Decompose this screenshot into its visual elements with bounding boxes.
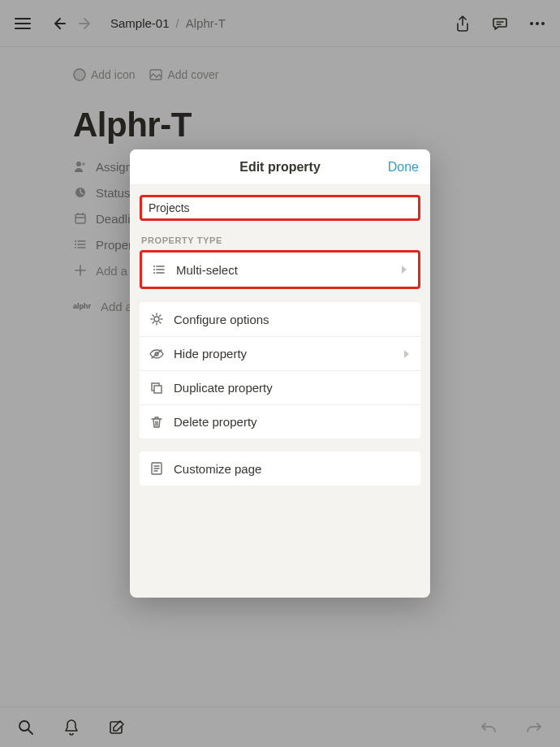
add-cover-button[interactable]: Add cover [149,68,218,81]
done-button[interactable]: Done [388,160,419,175]
hide-property-label: Hide property [174,347,247,361]
svg-point-7 [82,162,85,166]
svg-point-14 [153,269,155,270]
svg-point-21 [19,721,29,731]
property-type-label: Multi-select [176,263,238,277]
customize-page-label: Customize page [174,462,261,476]
delete-property-label: Delete property [174,415,257,429]
svg-point-11 [75,244,76,245]
person-icon [73,159,88,174]
delete-property-row[interactable]: Delete property [140,404,420,438]
trash-icon [149,415,164,430]
list-icon [73,237,88,252]
property-name-input[interactable] [140,195,420,221]
svg-rect-19 [154,386,162,393]
chevron-right-icon [403,349,411,359]
topbar: Sample-01 / Alphr-T [0,0,560,47]
duplicate-icon [149,381,164,395]
svg-rect-9 [75,214,85,223]
emoji-icon [73,68,86,81]
svg-point-13 [153,266,155,267]
redo-icon[interactable] [523,716,545,739]
svg-point-0 [530,22,533,25]
property-actions-group: Configure options Hide property Duplicat… [140,302,420,438]
page-title[interactable]: Alphr-T [73,106,487,145]
add-icon-button[interactable]: Add icon [73,68,135,81]
plus-icon [73,263,88,278]
comments-icon[interactable] [489,12,511,35]
customize-page-row[interactable]: Customize page [140,451,420,486]
property-type-row[interactable]: Multi-select [142,253,418,287]
image-icon [149,69,162,80]
chevron-right-icon [400,265,408,274]
hide-property-row[interactable]: Hide property [140,336,420,370]
more-icon[interactable] [526,12,549,35]
calendar-icon [73,211,88,226]
breadcrumb[interactable]: Sample-01 / Alphr-T [110,16,226,30]
property-type-group: Multi-select [140,250,420,289]
svg-point-15 [153,272,155,274]
duplicate-property-row[interactable]: Duplicate property [140,370,420,404]
property-type-section-label: PROPERTY TYPE [141,235,419,245]
modal-header: Edit property Done [130,149,430,185]
property-status-label: Status [96,186,131,200]
breadcrumb-separator: / [176,16,179,30]
property-assign-label: Assign [96,160,132,174]
breadcrumb-root[interactable]: Sample-01 [110,16,170,30]
gear-icon [149,312,164,326]
eye-off-icon [149,347,164,361]
notifications-icon[interactable] [60,716,83,739]
svg-point-12 [75,247,76,248]
svg-point-2 [541,22,545,25]
svg-point-6 [76,162,81,166]
configure-options-label: Configure options [174,313,269,326]
undo-icon[interactable] [477,716,500,739]
svg-point-10 [75,240,76,242]
forward-button[interactable] [75,12,97,35]
bottombar [0,706,560,747]
workspace-avatar: alphr [73,299,91,313]
search-icon[interactable] [15,716,37,739]
add-cover-label: Add cover [167,68,218,81]
menu-icon[interactable] [11,12,34,35]
svg-point-1 [536,22,539,25]
svg-point-16 [154,317,159,322]
page-icon [149,461,164,476]
back-button[interactable] [47,12,70,35]
duplicate-property-label: Duplicate property [174,381,273,395]
add-icon-label: Add icon [91,68,135,81]
share-icon[interactable] [451,12,474,35]
modal-title: Edit property [239,160,321,175]
edit-property-modal: Edit property Done PROPERTY TYPE Multi-s… [130,149,430,598]
status-icon [73,185,88,200]
breadcrumb-current[interactable]: Alphr-T [186,16,226,30]
multiselect-icon [152,262,166,277]
configure-options-row[interactable]: Configure options [140,302,420,336]
customize-group: Customize page [140,451,420,486]
compose-icon[interactable] [106,716,128,739]
